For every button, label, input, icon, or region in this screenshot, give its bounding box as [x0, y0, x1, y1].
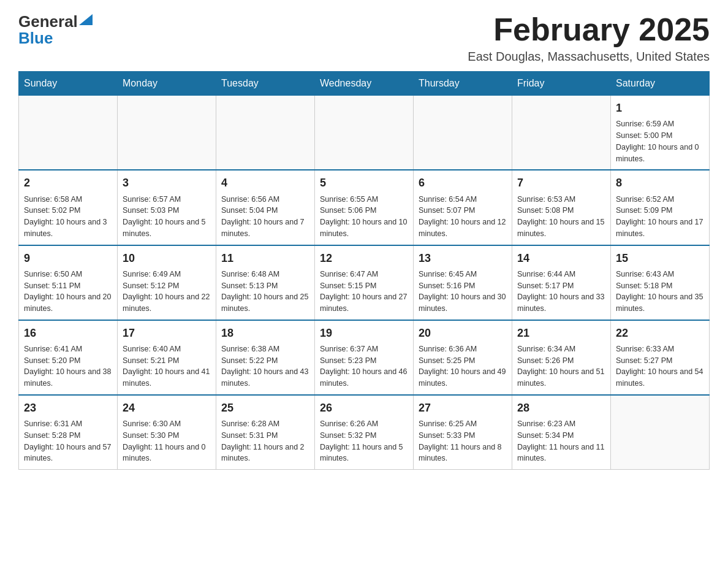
- logo-blue: Blue: [18, 29, 53, 47]
- table-row: 5Sunrise: 6:55 AM Sunset: 5:06 PM Daylig…: [315, 170, 414, 245]
- day-number: 19: [320, 326, 408, 341]
- day-number: 10: [123, 251, 211, 266]
- day-info: Sunrise: 6:28 AM Sunset: 5:31 PM Dayligh…: [221, 418, 309, 464]
- day-number: 20: [419, 326, 507, 341]
- day-info: Sunrise: 6:36 AM Sunset: 5:25 PM Dayligh…: [419, 343, 507, 389]
- header-friday: Friday: [512, 72, 611, 96]
- table-row: 21Sunrise: 6:34 AM Sunset: 5:26 PM Dayli…: [512, 320, 611, 395]
- table-row: [315, 96, 414, 170]
- table-row: 15Sunrise: 6:43 AM Sunset: 5:18 PM Dayli…: [611, 245, 710, 320]
- calendar-table: Sunday Monday Tuesday Wednesday Thursday…: [18, 71, 710, 470]
- calendar-week-row: 23Sunrise: 6:31 AM Sunset: 5:28 PM Dayli…: [19, 395, 710, 470]
- table-row: 27Sunrise: 6:25 AM Sunset: 5:33 PM Dayli…: [414, 395, 512, 470]
- month-title: February 2025: [468, 12, 710, 47]
- table-row: 16Sunrise: 6:41 AM Sunset: 5:20 PM Dayli…: [19, 320, 118, 395]
- table-row: 6Sunrise: 6:54 AM Sunset: 5:07 PM Daylig…: [414, 170, 512, 245]
- day-info: Sunrise: 6:59 AM Sunset: 5:00 PM Dayligh…: [616, 118, 704, 164]
- table-row: 18Sunrise: 6:38 AM Sunset: 5:22 PM Dayli…: [216, 320, 315, 395]
- day-number: 22: [616, 326, 704, 341]
- table-row: 23Sunrise: 6:31 AM Sunset: 5:28 PM Dayli…: [19, 395, 118, 470]
- day-info: Sunrise: 6:55 AM Sunset: 5:06 PM Dayligh…: [320, 194, 408, 240]
- day-info: Sunrise: 6:40 AM Sunset: 5:21 PM Dayligh…: [123, 343, 211, 389]
- day-info: Sunrise: 6:25 AM Sunset: 5:33 PM Dayligh…: [419, 418, 507, 464]
- day-info: Sunrise: 6:56 AM Sunset: 5:04 PM Dayligh…: [221, 194, 309, 240]
- day-info: Sunrise: 6:50 AM Sunset: 5:11 PM Dayligh…: [24, 269, 112, 315]
- day-number: 18: [221, 326, 309, 341]
- day-info: Sunrise: 6:38 AM Sunset: 5:22 PM Dayligh…: [221, 343, 309, 389]
- table-row: 3Sunrise: 6:57 AM Sunset: 5:03 PM Daylig…: [118, 170, 216, 245]
- header-tuesday: Tuesday: [216, 72, 315, 96]
- table-row: [19, 96, 118, 170]
- day-info: Sunrise: 6:47 AM Sunset: 5:15 PM Dayligh…: [320, 269, 408, 315]
- day-info: Sunrise: 6:43 AM Sunset: 5:18 PM Dayligh…: [616, 269, 704, 315]
- table-row: 11Sunrise: 6:48 AM Sunset: 5:13 PM Dayli…: [216, 245, 315, 320]
- calendar-week-row: 2Sunrise: 6:58 AM Sunset: 5:02 PM Daylig…: [19, 170, 710, 245]
- day-number: 11: [221, 251, 309, 266]
- day-info: Sunrise: 6:58 AM Sunset: 5:02 PM Dayligh…: [24, 194, 112, 240]
- header-sunday: Sunday: [19, 72, 118, 96]
- day-number: 9: [24, 251, 112, 266]
- day-info: Sunrise: 6:53 AM Sunset: 5:08 PM Dayligh…: [517, 194, 605, 240]
- header-saturday: Saturday: [611, 72, 710, 96]
- day-info: Sunrise: 6:41 AM Sunset: 5:20 PM Dayligh…: [24, 343, 112, 389]
- location-title: East Douglas, Massachusetts, United Stat…: [468, 50, 710, 64]
- table-row: 7Sunrise: 6:53 AM Sunset: 5:08 PM Daylig…: [512, 170, 611, 245]
- table-row: 17Sunrise: 6:40 AM Sunset: 5:21 PM Dayli…: [118, 320, 216, 395]
- day-number: 5: [320, 175, 408, 191]
- day-info: Sunrise: 6:57 AM Sunset: 5:03 PM Dayligh…: [123, 194, 211, 240]
- day-number: 15: [616, 251, 704, 266]
- table-row: [414, 96, 512, 170]
- calendar-week-row: 16Sunrise: 6:41 AM Sunset: 5:20 PM Dayli…: [19, 320, 710, 395]
- table-row: 13Sunrise: 6:45 AM Sunset: 5:16 PM Dayli…: [414, 245, 512, 320]
- table-row: 20Sunrise: 6:36 AM Sunset: 5:25 PM Dayli…: [414, 320, 512, 395]
- table-row: [611, 395, 710, 470]
- day-number: 4: [221, 175, 309, 191]
- day-info: Sunrise: 6:52 AM Sunset: 5:09 PM Dayligh…: [616, 194, 704, 240]
- calendar-week-row: 1Sunrise: 6:59 AM Sunset: 5:00 PM Daylig…: [19, 96, 710, 170]
- table-row: 1Sunrise: 6:59 AM Sunset: 5:00 PM Daylig…: [611, 96, 710, 170]
- day-number: 3: [123, 175, 211, 191]
- day-number: 6: [419, 175, 507, 191]
- table-row: [512, 96, 611, 170]
- day-info: Sunrise: 6:31 AM Sunset: 5:28 PM Dayligh…: [24, 418, 112, 464]
- table-row: 10Sunrise: 6:49 AM Sunset: 5:12 PM Dayli…: [118, 245, 216, 320]
- day-number: 28: [517, 400, 605, 416]
- logo: General Blue: [18, 12, 93, 48]
- table-row: 26Sunrise: 6:26 AM Sunset: 5:32 PM Dayli…: [315, 395, 414, 470]
- table-row: 22Sunrise: 6:33 AM Sunset: 5:27 PM Dayli…: [611, 320, 710, 395]
- calendar-week-row: 9Sunrise: 6:50 AM Sunset: 5:11 PM Daylig…: [19, 245, 710, 320]
- svg-marker-0: [79, 14, 93, 25]
- table-row: 28Sunrise: 6:23 AM Sunset: 5:34 PM Dayli…: [512, 395, 611, 470]
- day-info: Sunrise: 6:37 AM Sunset: 5:23 PM Dayligh…: [320, 343, 408, 389]
- header-monday: Monday: [118, 72, 216, 96]
- table-row: 2Sunrise: 6:58 AM Sunset: 5:02 PM Daylig…: [19, 170, 118, 245]
- day-info: Sunrise: 6:33 AM Sunset: 5:27 PM Dayligh…: [616, 343, 704, 389]
- day-number: 27: [419, 400, 507, 416]
- header-wednesday: Wednesday: [315, 72, 414, 96]
- day-info: Sunrise: 6:44 AM Sunset: 5:17 PM Dayligh…: [517, 269, 605, 315]
- day-number: 21: [517, 326, 605, 341]
- day-number: 8: [616, 175, 704, 191]
- day-number: 16: [24, 326, 112, 341]
- page-header: General Blue February 2025 East Douglas,…: [18, 12, 710, 64]
- day-number: 1: [616, 101, 704, 116]
- day-number: 13: [419, 251, 507, 266]
- day-number: 24: [123, 400, 211, 416]
- day-info: Sunrise: 6:45 AM Sunset: 5:16 PM Dayligh…: [419, 269, 507, 315]
- day-number: 7: [517, 175, 605, 191]
- table-row: 25Sunrise: 6:28 AM Sunset: 5:31 PM Dayli…: [216, 395, 315, 470]
- day-number: 25: [221, 400, 309, 416]
- day-info: Sunrise: 6:48 AM Sunset: 5:13 PM Dayligh…: [221, 269, 309, 315]
- table-row: 14Sunrise: 6:44 AM Sunset: 5:17 PM Dayli…: [512, 245, 611, 320]
- day-number: 2: [24, 175, 112, 191]
- table-row: 12Sunrise: 6:47 AM Sunset: 5:15 PM Dayli…: [315, 245, 414, 320]
- header-thursday: Thursday: [414, 72, 512, 96]
- day-info: Sunrise: 6:49 AM Sunset: 5:12 PM Dayligh…: [123, 269, 211, 315]
- title-section: February 2025 East Douglas, Massachusett…: [468, 12, 710, 64]
- logo-triangle-icon: [79, 14, 93, 25]
- table-row: 24Sunrise: 6:30 AM Sunset: 5:30 PM Dayli…: [118, 395, 216, 470]
- day-number: 14: [517, 251, 605, 266]
- table-row: 9Sunrise: 6:50 AM Sunset: 5:11 PM Daylig…: [19, 245, 118, 320]
- day-info: Sunrise: 6:30 AM Sunset: 5:30 PM Dayligh…: [123, 418, 211, 464]
- day-info: Sunrise: 6:34 AM Sunset: 5:26 PM Dayligh…: [517, 343, 605, 389]
